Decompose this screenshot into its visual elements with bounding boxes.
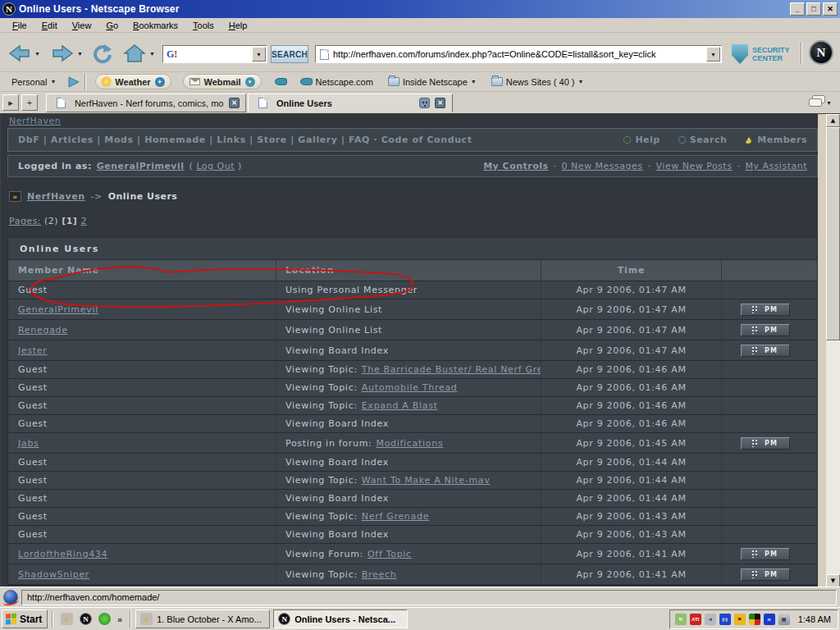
- pm-button[interactable]: PM: [741, 304, 790, 316]
- news-sites-folder[interactable]: News Sites ( 40 )▼: [491, 77, 584, 87]
- new-messages-link[interactable]: 0 New Messages: [562, 161, 643, 171]
- forward-dropdown-icon[interactable]: ▼: [77, 51, 83, 57]
- back-dropdown-icon[interactable]: ▼: [34, 51, 40, 57]
- home-button[interactable]: [123, 43, 146, 63]
- site-home-link[interactable]: NerfHaven: [9, 116, 61, 126]
- green-app-quicklaunch-icon[interactable]: [98, 612, 112, 626]
- member-name[interactable]: Jester: [18, 345, 48, 356]
- start-button[interactable]: Start: [2, 609, 48, 628]
- breadcrumb-root-link[interactable]: NerfHaven: [27, 191, 84, 202]
- pm-button[interactable]: PM: [741, 548, 790, 560]
- new-tab-button[interactable]: +: [21, 94, 38, 111]
- wireless-tray-icon[interactable]: (•): [719, 614, 731, 625]
- member-name[interactable]: Guest: [18, 511, 48, 522]
- pages-link[interactable]: Pages:: [9, 216, 41, 226]
- username-link[interactable]: GeneralPrimevil: [97, 161, 185, 171]
- task-netscape[interactable]: N Online Users - Netsca...: [273, 609, 408, 628]
- member-name[interactable]: GeneralPrimevil: [18, 304, 98, 315]
- search-dropdown-icon[interactable]: ▼: [252, 47, 266, 62]
- play-arrow-icon[interactable]: [67, 76, 80, 88]
- netscape-throbber-icon[interactable]: N: [809, 40, 833, 65]
- member-name[interactable]: Guest: [18, 364, 48, 375]
- car-icon[interactable]: [275, 78, 287, 85]
- member-name[interactable]: Guest: [18, 493, 48, 504]
- scroll-up-icon[interactable]: ▲: [826, 114, 840, 127]
- back-button[interactable]: [8, 44, 31, 62]
- close-button[interactable]: ✕: [823, 2, 838, 16]
- search-button[interactable]: SEARCH: [271, 45, 308, 63]
- member-name[interactable]: ShadowSniper: [18, 569, 89, 580]
- menu-item[interactable]: Bookmarks: [126, 19, 185, 32]
- security-center-button[interactable]: SECURITYCENTER: [732, 44, 790, 64]
- location-link[interactable]: The Barricade Buster/ Real Nerf Grenade: [362, 364, 541, 375]
- member-name[interactable]: Guest: [18, 382, 48, 393]
- member-name[interactable]: Guest: [18, 475, 48, 486]
- location-link[interactable]: Want To Make A Nite-mav: [362, 475, 491, 486]
- netscape-com-link[interactable]: Netscape.com: [300, 77, 373, 87]
- search-input[interactable]: G! ▼: [162, 45, 267, 63]
- reload-button[interactable]: [92, 43, 113, 64]
- close-tab-icon[interactable]: ✕: [229, 98, 240, 108]
- member-name[interactable]: Guest: [18, 418, 48, 429]
- volume-tray-icon[interactable]: ◄: [705, 614, 716, 625]
- tab-list-button[interactable]: ▸: [2, 94, 19, 111]
- netscape-tray-icon[interactable]: n: [764, 614, 775, 625]
- member-name[interactable]: Guest: [18, 400, 48, 411]
- pm-button[interactable]: PM: [741, 345, 790, 357]
- my-assistant-link[interactable]: My Assistant: [745, 161, 807, 171]
- menu-item[interactable]: Edit: [34, 19, 65, 32]
- display-tray-icon[interactable]: [749, 614, 760, 625]
- members-link[interactable]: Members: [745, 135, 807, 145]
- location-link[interactable]: Automobile Thread: [362, 382, 458, 393]
- page-2-link[interactable]: 2: [80, 216, 87, 226]
- personal-menu[interactable]: Personal: [11, 77, 47, 87]
- recycle-tray-icon[interactable]: ↻: [675, 614, 687, 625]
- menu-item[interactable]: Help: [221, 19, 255, 32]
- menu-item[interactable]: Tools: [185, 19, 221, 32]
- pm-button[interactable]: PM: [741, 324, 790, 336]
- location-link[interactable]: Modifications: [376, 438, 443, 449]
- search-link[interactable]: Search: [678, 135, 728, 145]
- vertical-scrollbar[interactable]: ▲ ▼: [826, 114, 840, 587]
- tab-nerfhaven[interactable]: NerfHaven - Nerf forums, comics, mo... ✕: [46, 94, 246, 112]
- member-name[interactable]: Guest: [18, 529, 48, 540]
- disk-tray-icon[interactable]: ▤: [778, 614, 790, 625]
- location-link[interactable]: Off Topic: [368, 549, 412, 559]
- task-winamp[interactable]: ⚡ 1. Blue October - X Amo...: [135, 609, 270, 628]
- webmail-button[interactable]: Webmail ▼: [183, 74, 262, 89]
- url-text[interactable]: http://nerfhaven.com/forums/index.php?ac…: [333, 49, 706, 59]
- minimize-button[interactable]: _: [790, 2, 805, 16]
- location-link[interactable]: Expand A Blast: [362, 400, 438, 411]
- location-link[interactable]: Breech: [362, 569, 397, 580]
- personal-dropdown-icon[interactable]: ▼: [50, 79, 56, 84]
- forum-nav-links[interactable]: DbF | Articles | Mods | Homemade | Links…: [18, 135, 472, 145]
- quicklaunch-overflow-icon[interactable]: »: [117, 614, 122, 624]
- maximize-button[interactable]: □: [806, 2, 821, 16]
- inside-netscape-folder[interactable]: Inside Netscape▼: [388, 77, 477, 87]
- member-name[interactable]: Guest: [18, 457, 48, 468]
- ati-tray-icon[interactable]: ATI: [690, 614, 701, 625]
- menu-item[interactable]: File: [5, 19, 34, 32]
- tab-overview-button[interactable]: ▼: [807, 95, 832, 110]
- view-new-posts-link[interactable]: View New Posts: [656, 161, 733, 171]
- tab-online-users[interactable]: Online Users ✕: [248, 94, 453, 112]
- menu-item[interactable]: View: [65, 19, 99, 32]
- my-controls-link[interactable]: My Controls: [483, 161, 548, 171]
- weather-button[interactable]: Weather +: [95, 74, 171, 89]
- winamp-quicklaunch-icon[interactable]: ⚡: [60, 612, 74, 626]
- column-header-time[interactable]: Time: [541, 260, 721, 281]
- location-link[interactable]: Nerf Grenade: [362, 511, 429, 522]
- menu-item[interactable]: Go: [98, 19, 126, 32]
- scroll-down-icon[interactable]: ▼: [826, 574, 840, 587]
- netscape-quicklaunch-icon[interactable]: N: [79, 612, 93, 626]
- member-name[interactable]: LordoftheRing434: [18, 549, 107, 559]
- scrollbar-thumb[interactable]: [826, 127, 840, 340]
- column-header-location[interactable]: Location: [276, 260, 541, 281]
- pm-button[interactable]: PM: [741, 437, 790, 450]
- logout-link[interactable]: Log Out: [196, 161, 235, 171]
- column-header-member[interactable]: Member Name: [8, 260, 276, 281]
- home-dropdown-icon[interactable]: ▼: [149, 51, 155, 57]
- member-name[interactable]: Guest: [18, 285, 48, 295]
- pm-button[interactable]: PM: [741, 568, 790, 581]
- help-link[interactable]: Help: [623, 135, 660, 145]
